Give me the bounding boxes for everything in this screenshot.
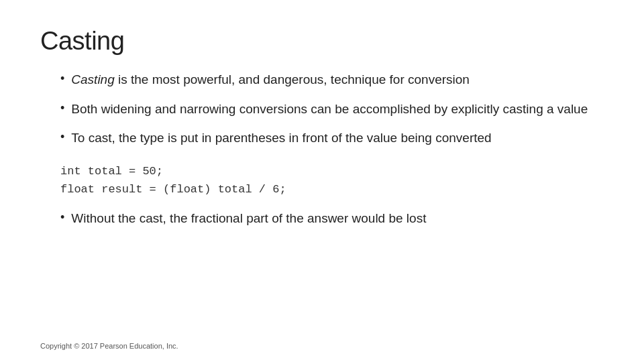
bullet-dot-1: • (60, 72, 64, 86)
bullet-text-1: Casting is the most powerful, and danger… (71, 70, 470, 89)
slide: Casting • Casting is the most powerful, … (0, 0, 644, 362)
bullet-text-4: Without the cast, the fractional part of… (71, 209, 426, 228)
bullet-text-3: To cast, the type is put in parentheses … (71, 129, 491, 147)
slide-title: Casting (40, 27, 604, 56)
code-block: int total = 50; float result = (float) t… (60, 162, 604, 198)
italic-casting: Casting (71, 72, 114, 86)
slide-content: • Casting is the most powerful, and dang… (40, 70, 604, 342)
bullet-item-1: • Casting is the most powerful, and dang… (40, 70, 604, 89)
bullet-text-1-after: is the most powerful, and dangerous, tec… (115, 72, 470, 86)
bullet-text-2: Both widening and narrowing conversions … (71, 100, 588, 119)
bullet-dot-4: • (60, 210, 64, 225)
bullet-item-2: • Both widening and narrowing conversion… (40, 100, 604, 119)
bullet-item-3: • To cast, the type is put in parenthese… (40, 129, 604, 147)
code-line-1: int total = 50; (60, 162, 604, 180)
bullet-item-4: • Without the cast, the fractional part … (40, 209, 604, 228)
copyright-text: Copyright © 2017 Pearson Education, Inc. (40, 342, 178, 350)
code-line-2: float result = (float) total / 6; (60, 180, 604, 198)
bullet-dot-3: • (60, 130, 64, 144)
bullet-dot-2: • (60, 101, 64, 115)
